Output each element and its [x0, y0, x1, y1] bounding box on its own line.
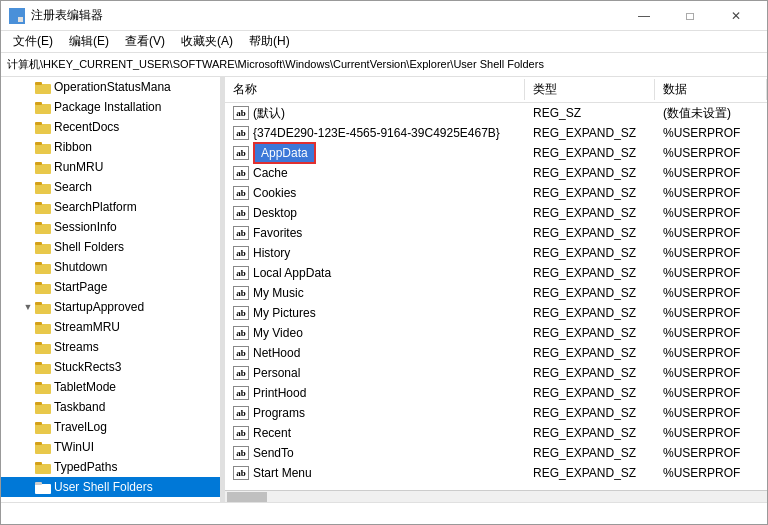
tree-item[interactable]: StreamMRU — [1, 317, 220, 337]
tree-item-label: Taskband — [54, 400, 105, 414]
reg-data-cell: %USERPROF — [655, 446, 767, 460]
registry-list[interactable]: ab(默认)REG_SZ(数值未设置)ab{374DE290-123E-4565… — [225, 103, 767, 490]
h-scroll-thumb[interactable] — [227, 492, 267, 502]
table-row[interactable]: abPrintHoodREG_EXPAND_SZ%USERPROF — [225, 383, 767, 403]
tree-item[interactable]: TabletMode — [1, 377, 220, 397]
reg-type-cell: REG_EXPAND_SZ — [525, 126, 655, 140]
tree-item[interactable]: Shutdown — [1, 257, 220, 277]
table-row[interactable]: ab{374DE290-123E-4565-9164-39C4925E467B}… — [225, 123, 767, 143]
reg-name-text: PrintHood — [253, 386, 306, 400]
svg-rect-27 — [35, 302, 42, 305]
svg-rect-35 — [35, 382, 42, 385]
table-row[interactable]: abMy PicturesREG_EXPAND_SZ%USERPROF — [225, 303, 767, 323]
tree-item[interactable]: TravelLog — [1, 417, 220, 437]
table-row[interactable]: abAppDataREG_EXPAND_SZ%USERPROF — [225, 143, 767, 163]
ab-icon: ab — [233, 326, 249, 340]
tree-item[interactable]: ▼ StartupApproved — [1, 297, 220, 317]
tree-item-label: TabletMode — [54, 380, 116, 394]
reg-data-cell: %USERPROF — [655, 206, 767, 220]
folder-icon — [35, 480, 51, 494]
ab-icon: ab — [233, 206, 249, 220]
menu-item-a[interactable]: 收藏夹(A) — [173, 31, 241, 52]
tree-item[interactable]: StartPage — [1, 277, 220, 297]
tree-item[interactable]: Streams — [1, 337, 220, 357]
tree-item[interactable]: Search — [1, 177, 220, 197]
svg-rect-20 — [35, 244, 51, 254]
table-row[interactable]: abFavoritesREG_EXPAND_SZ%USERPROF — [225, 223, 767, 243]
svg-rect-5 — [35, 82, 42, 85]
reg-type-cell: REG_EXPAND_SZ — [525, 306, 655, 320]
svg-rect-17 — [35, 202, 42, 205]
tree-item-label: RunMRU — [54, 160, 103, 174]
ab-icon: ab — [233, 286, 249, 300]
menu-item-e[interactable]: 编辑(E) — [61, 31, 117, 52]
table-row[interactable]: abMy VideoREG_EXPAND_SZ%USERPROF — [225, 323, 767, 343]
tree-item[interactable]: RecentDocs — [1, 117, 220, 137]
tree-item[interactable]: TWinUI — [1, 437, 220, 457]
tree-item[interactable]: SearchPlatform — [1, 197, 220, 217]
tree-item[interactable]: Taskband — [1, 397, 220, 417]
table-row[interactable]: ab(默认)REG_SZ(数值未设置) — [225, 103, 767, 123]
tree-item[interactable]: RunMRU — [1, 157, 220, 177]
menu-item-e[interactable]: 文件(E) — [5, 31, 61, 52]
reg-name-cell: abCache — [225, 166, 525, 180]
left-panel[interactable]: OperationStatusMana Package Installation… — [1, 77, 221, 502]
reg-name-text: Cache — [253, 166, 288, 180]
expand-icon[interactable]: ▼ — [21, 302, 35, 312]
menu-item-h[interactable]: 帮助(H) — [241, 31, 298, 52]
title-bar-left: 注册表编辑器 — [9, 7, 103, 24]
table-row[interactable]: abCacheREG_EXPAND_SZ%USERPROF — [225, 163, 767, 183]
table-row[interactable]: abMy MusicREG_EXPAND_SZ%USERPROF — [225, 283, 767, 303]
tree-item[interactable]: Ribbon — [1, 137, 220, 157]
table-row[interactable]: abPersonalREG_EXPAND_SZ%USERPROF — [225, 363, 767, 383]
tree-item[interactable]: TypedPaths — [1, 457, 220, 477]
reg-name-text: Start Menu — [253, 466, 312, 480]
col-header-type: 类型 — [525, 79, 655, 100]
svg-rect-0 — [11, 10, 16, 15]
table-row[interactable]: abNetHoodREG_EXPAND_SZ%USERPROF — [225, 343, 767, 363]
tree-item[interactable]: OperationStatusMana — [1, 77, 220, 97]
reg-name-text: SendTo — [253, 446, 294, 460]
reg-name-cell: ab(默认) — [225, 105, 525, 122]
tree-item[interactable]: User Shell Folders — [1, 477, 220, 497]
minimize-button[interactable]: — — [621, 1, 667, 31]
reg-name-text: Personal — [253, 366, 300, 380]
reg-data-cell: %USERPROF — [655, 426, 767, 440]
folder-icon — [35, 400, 51, 414]
maximize-button[interactable]: □ — [667, 1, 713, 31]
svg-rect-41 — [35, 442, 42, 445]
folder-icon — [35, 360, 51, 374]
table-row[interactable]: abLocal AppDataREG_EXPAND_SZ%USERPROF — [225, 263, 767, 283]
table-row[interactable]: abStart MenuREG_EXPAND_SZ%USERPROF — [225, 463, 767, 483]
folder-icon — [35, 280, 51, 294]
svg-rect-34 — [35, 384, 51, 394]
reg-name-cell: abMy Pictures — [225, 306, 525, 320]
reg-name-text: Favorites — [253, 226, 302, 240]
tree-item-label: SearchPlatform — [54, 200, 137, 214]
window-title: 注册表编辑器 — [31, 7, 103, 24]
table-row[interactable]: abProgramsREG_EXPAND_SZ%USERPROF — [225, 403, 767, 423]
tree-item[interactable]: Package Installation — [1, 97, 220, 117]
table-row[interactable]: abCookiesREG_EXPAND_SZ%USERPROF — [225, 183, 767, 203]
ab-icon: ab — [233, 406, 249, 420]
table-row[interactable]: abRecentREG_EXPAND_SZ%USERPROF — [225, 423, 767, 443]
folder-icon — [35, 340, 51, 354]
tree-item[interactable]: SessionInfo — [1, 217, 220, 237]
reg-name-text: Desktop — [253, 206, 297, 220]
close-button[interactable]: ✕ — [713, 1, 759, 31]
svg-rect-9 — [35, 122, 42, 125]
tree-item[interactable]: StuckRects3 — [1, 357, 220, 377]
folder-icon — [35, 80, 51, 94]
table-row[interactable]: abHistoryREG_EXPAND_SZ%USERPROF — [225, 243, 767, 263]
reg-data-cell: %USERPROF — [655, 406, 767, 420]
tree-item-label: TypedPaths — [54, 460, 117, 474]
folder-icon — [35, 300, 51, 314]
folder-icon — [35, 100, 51, 114]
tree-item[interactable]: Shell Folders — [1, 237, 220, 257]
table-row[interactable]: abSendToREG_EXPAND_SZ%USERPROF — [225, 443, 767, 463]
horizontal-scrollbar[interactable] — [225, 490, 767, 502]
menu-item-v[interactable]: 查看(V) — [117, 31, 173, 52]
tree-item-label: StartPage — [54, 280, 107, 294]
reg-name-text: My Video — [253, 326, 303, 340]
table-row[interactable]: abDesktopREG_EXPAND_SZ%USERPROF — [225, 203, 767, 223]
